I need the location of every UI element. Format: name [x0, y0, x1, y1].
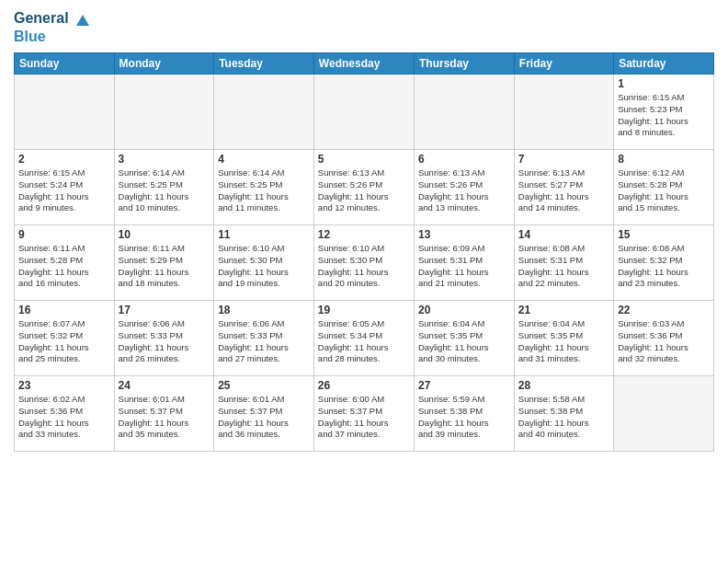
- day-number: 20: [418, 304, 510, 316]
- day-info: Sunrise: 6:10 AM Sunset: 5:30 PM Dayligh…: [218, 243, 310, 290]
- weekday-header: Friday: [514, 52, 613, 74]
- calendar-cell: [15, 74, 115, 149]
- logo: General Blue: [14, 9, 91, 45]
- day-info: Sunrise: 6:06 AM Sunset: 5:33 PM Dayligh…: [218, 318, 310, 365]
- calendar-cell: [313, 74, 414, 149]
- logo-blue: Blue: [14, 29, 46, 44]
- calendar-cell: 22Sunrise: 6:03 AM Sunset: 5:36 PM Dayli…: [614, 300, 714, 375]
- day-info: Sunrise: 5:58 AM Sunset: 5:38 PM Dayligh…: [518, 394, 609, 441]
- day-number: 21: [518, 304, 609, 316]
- day-info: Sunrise: 6:14 AM Sunset: 5:25 PM Dayligh…: [218, 167, 310, 214]
- day-number: 11: [218, 228, 310, 241]
- day-info: Sunrise: 6:11 AM Sunset: 5:29 PM Dayligh…: [119, 243, 210, 290]
- calendar-cell: 7Sunrise: 6:13 AM Sunset: 5:27 PM Daylig…: [514, 149, 613, 224]
- day-info: Sunrise: 6:15 AM Sunset: 5:24 PM Dayligh…: [18, 167, 110, 214]
- day-number: 13: [418, 228, 510, 241]
- calendar-cell: 5Sunrise: 6:13 AM Sunset: 5:26 PM Daylig…: [313, 149, 414, 224]
- day-number: 22: [618, 304, 710, 316]
- logo-general: General: [14, 10, 69, 26]
- day-number: 14: [518, 228, 609, 241]
- calendar-cell: 3Sunrise: 6:14 AM Sunset: 5:25 PM Daylig…: [114, 149, 214, 224]
- calendar-cell: 25Sunrise: 6:01 AM Sunset: 5:37 PM Dayli…: [214, 375, 314, 451]
- calendar-cell: 24Sunrise: 6:01 AM Sunset: 5:37 PM Dayli…: [114, 375, 214, 451]
- calendar-cell: [114, 74, 214, 149]
- day-info: Sunrise: 6:01 AM Sunset: 5:37 PM Dayligh…: [119, 394, 210, 441]
- day-info: Sunrise: 6:03 AM Sunset: 5:36 PM Dayligh…: [618, 318, 710, 365]
- day-info: Sunrise: 6:08 AM Sunset: 5:32 PM Dayligh…: [618, 243, 710, 290]
- day-info: Sunrise: 6:04 AM Sunset: 5:35 PM Dayligh…: [518, 318, 609, 365]
- day-info: Sunrise: 6:13 AM Sunset: 5:26 PM Dayligh…: [418, 167, 510, 214]
- day-info: Sunrise: 6:10 AM Sunset: 5:30 PM Dayligh…: [318, 243, 410, 290]
- day-number: 6: [418, 153, 510, 166]
- day-info: Sunrise: 6:06 AM Sunset: 5:33 PM Dayligh…: [119, 318, 210, 365]
- calendar-cell: [415, 74, 515, 149]
- calendar-cell: [214, 74, 314, 149]
- day-number: 26: [318, 379, 410, 392]
- calendar-cell: 15Sunrise: 6:08 AM Sunset: 5:32 PM Dayli…: [614, 224, 714, 300]
- calendar-cell: [614, 375, 714, 451]
- day-number: 10: [119, 228, 210, 241]
- day-number: 15: [618, 228, 710, 241]
- day-info: Sunrise: 6:07 AM Sunset: 5:32 PM Dayligh…: [18, 318, 110, 365]
- calendar-cell: 9Sunrise: 6:11 AM Sunset: 5:28 PM Daylig…: [15, 224, 115, 300]
- day-info: Sunrise: 6:11 AM Sunset: 5:28 PM Dayligh…: [18, 243, 110, 290]
- day-number: 19: [318, 304, 410, 316]
- day-number: 16: [18, 304, 110, 316]
- calendar-cell: 27Sunrise: 5:59 AM Sunset: 5:38 PM Dayli…: [415, 375, 515, 451]
- calendar-cell: 13Sunrise: 6:09 AM Sunset: 5:31 PM Dayli…: [415, 224, 515, 300]
- svg-marker-0: [76, 15, 89, 26]
- calendar-cell: 4Sunrise: 6:14 AM Sunset: 5:25 PM Daylig…: [214, 149, 314, 224]
- weekday-header: Sunday: [15, 52, 115, 74]
- day-info: Sunrise: 6:12 AM Sunset: 5:28 PM Dayligh…: [618, 167, 710, 214]
- logo-icon: [74, 11, 91, 28]
- calendar-cell: 16Sunrise: 6:07 AM Sunset: 5:32 PM Dayli…: [15, 300, 115, 375]
- calendar-cell: [514, 74, 613, 149]
- calendar-cell: 17Sunrise: 6:06 AM Sunset: 5:33 PM Dayli…: [114, 300, 214, 375]
- day-number: 18: [218, 304, 310, 316]
- calendar-cell: 20Sunrise: 6:04 AM Sunset: 5:35 PM Dayli…: [415, 300, 515, 375]
- day-number: 8: [618, 153, 710, 166]
- calendar-cell: 19Sunrise: 6:05 AM Sunset: 5:34 PM Dayli…: [313, 300, 414, 375]
- calendar-cell: 23Sunrise: 6:02 AM Sunset: 5:36 PM Dayli…: [15, 375, 115, 451]
- day-number: 3: [119, 153, 210, 166]
- calendar-cell: 26Sunrise: 6:00 AM Sunset: 5:37 PM Dayli…: [313, 375, 414, 451]
- calendar-table: SundayMondayTuesdayWednesdayThursdayFrid…: [14, 52, 714, 452]
- day-number: 9: [18, 228, 110, 241]
- calendar-cell: 6Sunrise: 6:13 AM Sunset: 5:26 PM Daylig…: [415, 149, 515, 224]
- weekday-header: Thursday: [415, 52, 515, 74]
- calendar-cell: 10Sunrise: 6:11 AM Sunset: 5:29 PM Dayli…: [114, 224, 214, 300]
- header: General Blue: [14, 9, 714, 45]
- calendar-cell: 12Sunrise: 6:10 AM Sunset: 5:30 PM Dayli…: [313, 224, 414, 300]
- weekday-header: Tuesday: [214, 52, 314, 74]
- day-info: Sunrise: 6:13 AM Sunset: 5:27 PM Dayligh…: [518, 167, 609, 214]
- day-number: 7: [518, 153, 609, 166]
- calendar-cell: 18Sunrise: 6:06 AM Sunset: 5:33 PM Dayli…: [214, 300, 314, 375]
- day-number: 28: [518, 379, 609, 392]
- day-info: Sunrise: 6:09 AM Sunset: 5:31 PM Dayligh…: [418, 243, 510, 290]
- day-number: 2: [18, 153, 110, 166]
- calendar-cell: 8Sunrise: 6:12 AM Sunset: 5:28 PM Daylig…: [614, 149, 714, 224]
- day-info: Sunrise: 6:01 AM Sunset: 5:37 PM Dayligh…: [218, 394, 310, 441]
- calendar-cell: 2Sunrise: 6:15 AM Sunset: 5:24 PM Daylig…: [15, 149, 115, 224]
- calendar-cell: 14Sunrise: 6:08 AM Sunset: 5:31 PM Dayli…: [514, 224, 613, 300]
- weekday-header: Monday: [114, 52, 214, 74]
- day-info: Sunrise: 6:14 AM Sunset: 5:25 PM Dayligh…: [119, 167, 210, 214]
- calendar-cell: 21Sunrise: 6:04 AM Sunset: 5:35 PM Dayli…: [514, 300, 613, 375]
- day-info: Sunrise: 6:04 AM Sunset: 5:35 PM Dayligh…: [418, 318, 510, 365]
- day-number: 25: [218, 379, 310, 392]
- day-number: 12: [318, 228, 410, 241]
- day-info: Sunrise: 5:59 AM Sunset: 5:38 PM Dayligh…: [418, 394, 510, 441]
- day-number: 27: [418, 379, 510, 392]
- weekday-header: Wednesday: [313, 52, 414, 74]
- day-info: Sunrise: 6:05 AM Sunset: 5:34 PM Dayligh…: [318, 318, 410, 365]
- day-number: 4: [218, 153, 310, 166]
- day-number: 23: [18, 379, 110, 392]
- day-number: 1: [618, 77, 710, 90]
- day-number: 24: [119, 379, 210, 392]
- day-number: 17: [119, 304, 210, 316]
- weekday-header: Saturday: [614, 52, 714, 74]
- calendar-cell: 11Sunrise: 6:10 AM Sunset: 5:30 PM Dayli…: [214, 224, 314, 300]
- calendar-cell: 1Sunrise: 6:15 AM Sunset: 5:23 PM Daylig…: [614, 74, 714, 149]
- day-info: Sunrise: 6:08 AM Sunset: 5:31 PM Dayligh…: [518, 243, 609, 290]
- day-info: Sunrise: 6:15 AM Sunset: 5:23 PM Dayligh…: [618, 92, 710, 139]
